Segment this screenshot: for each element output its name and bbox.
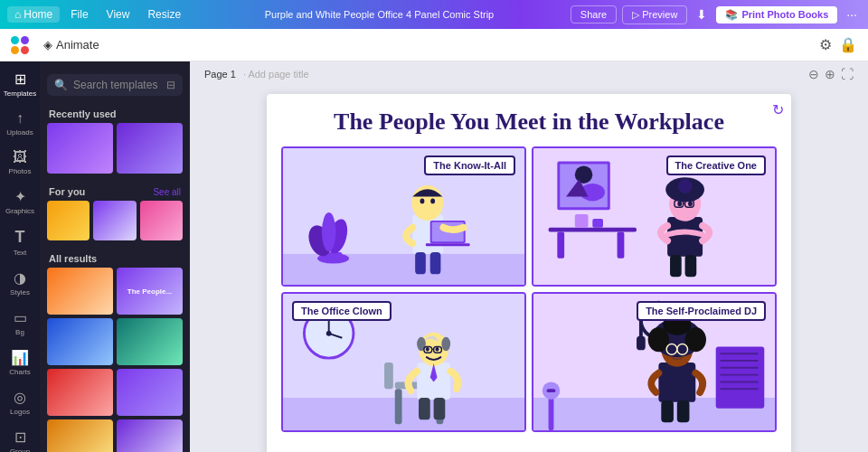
svg-rect-15 [430,252,441,274]
comic-panel-1[interactable]: The Know-It-All [281,146,526,287]
canvas-toolbar-right: ⊖ ⊕ ⛶ [808,67,854,81]
template-panel: 🔍 ⊟ Recently used For you See all Al [40,61,190,452]
svg-point-10 [430,199,435,204]
more-options-button[interactable]: ··· [843,5,861,24]
secondbar-right-actions: ⚙ 🔒 [819,36,857,53]
svg-rect-89 [677,400,690,422]
comic-panel-3[interactable]: The Office Clown [281,292,526,432]
foryou-thumb-3[interactable] [140,201,183,240]
sidebar-item-photos[interactable]: 🖼 Photos [2,144,38,181]
sidebar-item-text[interactable]: T Text [2,222,38,262]
refresh-icon[interactable]: ↻ [772,101,784,118]
svg-point-51 [441,337,450,352]
result-thumb-5[interactable] [47,369,113,416]
sidebar-item-graphics[interactable]: ✦ Graphics [2,183,38,221]
sidebar-item-templates[interactable]: ⊞ Templates [2,65,38,103]
result-thumb-4[interactable] [117,318,183,365]
foryou-thumb-1[interactable] [47,201,90,240]
panel3-label: The Office Clown [292,301,392,321]
svg-point-55 [426,347,429,352]
sidebar-icons: ⊞ Templates ↑ Uploads 🖼 Photos ✦ Graphic… [0,61,40,452]
sidebar-item-group[interactable]: ⊡ Group [2,423,38,452]
logos-icon: ◎ [14,389,26,406]
sidebar-item-charts[interactable]: 📊 Charts [2,344,38,381]
animate-button[interactable]: ◈ Animate [36,34,107,55]
svg-rect-47 [384,363,393,389]
main-content: ⊞ Templates ↑ Uploads 🖼 Photos ✦ Graphic… [0,61,868,452]
svg-rect-37 [685,255,697,277]
svg-rect-13 [426,243,470,246]
background-icon: ▭ [14,309,27,326]
share-button[interactable]: Share [571,5,617,24]
templates-icon: ⊞ [14,71,26,88]
graphics-icon: ✦ [14,188,26,205]
svg-rect-88 [661,400,674,422]
canvas-scroll[interactable]: ↻ The People You Meet in the Workplace [190,87,868,452]
svg-point-19 [575,165,592,183]
svg-point-83 [670,346,675,352]
canvas-zoom-in[interactable]: ⊕ [825,67,835,81]
result-thumb-6[interactable] [117,369,183,416]
page-title-bar: Page 1 · Add page title ⊖ ⊕ ⛶ [190,61,868,87]
settings-icon[interactable]: ⚙ [819,36,832,53]
see-all-button[interactable]: See all [153,187,181,197]
recent-thumb-2[interactable] [117,123,183,174]
panel1-label: The Know-It-All [424,155,515,175]
print-button[interactable]: 📚 Print Photo Books [716,6,837,24]
svg-rect-71 [547,389,556,392]
svg-rect-59 [434,398,446,419]
canvas-page: ↻ The People You Meet in the Workplace [267,94,791,452]
sidebar-item-uploads[interactable]: ↑ Uploads [2,105,38,142]
svg-rect-14 [415,252,426,274]
svg-rect-45 [395,389,402,424]
svg-point-56 [436,347,439,352]
view-menu[interactable]: View [99,6,137,23]
search-input[interactable] [73,79,161,91]
for-you-label: For you [49,186,85,197]
svg-point-31 [677,201,682,206]
page-label: Page 1 [204,69,236,80]
result-thumb-7[interactable] [47,419,113,452]
svg-point-6 [322,212,336,251]
svg-rect-26 [592,219,603,228]
download-button[interactable]: ⬇ [693,5,711,24]
add-page-title[interactable]: · Add page title [243,69,309,80]
svg-rect-39 [283,398,524,430]
result-thumb-8[interactable] [117,419,183,452]
charts-icon: 📊 [11,349,29,366]
animate-icon: ◈ [43,38,52,52]
file-menu[interactable]: File [63,6,95,23]
uploads-icon: ↑ [16,110,24,127]
comic-panel-2[interactable]: The Creative One [532,146,777,287]
result-thumb-2[interactable]: The People... [117,268,183,315]
recently-used-grid [40,123,190,179]
search-bar[interactable]: 🔍 ⊟ [47,74,183,96]
svg-rect-77 [658,363,695,402]
filter-icon[interactable]: ⊟ [166,79,175,91]
canvas-fullscreen[interactable]: ⛶ [841,67,854,81]
svg-rect-62 [716,346,765,408]
svg-rect-75 [637,336,646,351]
sidebar-item-styles[interactable]: ◑ Styles [2,264,38,302]
comic-grid: The Know-It-All [281,146,777,432]
text-icon: T [15,228,25,247]
svg-rect-69 [549,398,554,430]
preview-button[interactable]: ▷ Preview [622,5,687,24]
recent-thumb-1[interactable] [47,123,113,174]
sidebar-item-logos[interactable]: ◎ Logos [2,383,38,421]
home-button[interactable]: ⌂ Home [7,6,60,23]
photos-icon: 🖼 [13,149,27,165]
svg-rect-27 [667,217,703,257]
comic-panel-4[interactable]: The Self-Proclaimed DJ [532,292,777,432]
search-icon: 🔍 [54,79,68,91]
canvas-zoom-out[interactable]: ⊖ [808,67,819,81]
page-main-title: The People You Meet in the Workplace [281,108,777,136]
foryou-thumb-2[interactable] [93,201,136,240]
resize-menu[interactable]: Resize [140,6,188,23]
play-icon: ▷ [632,9,639,20]
sidebar-item-background[interactable]: ▭ Bg [2,304,38,342]
result-thumb-3[interactable] [47,318,113,365]
lock-icon[interactable]: 🔒 [839,36,857,53]
result-thumb-1[interactable] [47,268,113,315]
svg-point-84 [680,346,684,352]
